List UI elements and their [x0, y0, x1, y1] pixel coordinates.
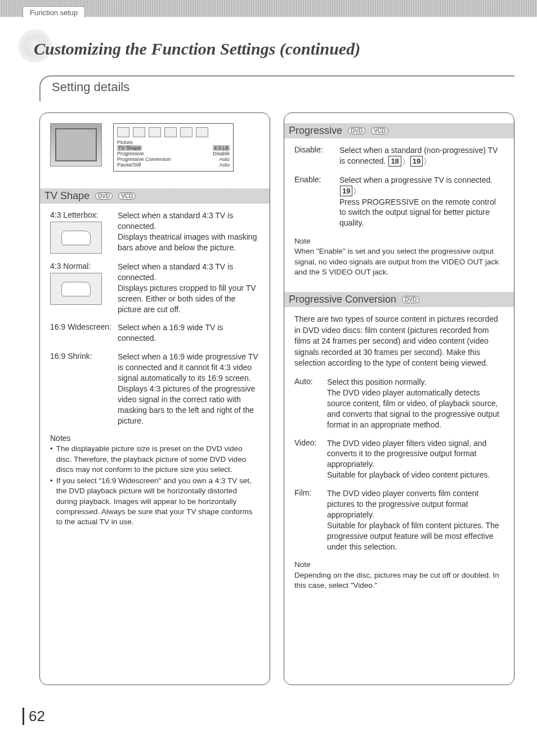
- option-label: 16:9 Widescreen:: [50, 322, 112, 344]
- dvd-badge-icon: DVD: [348, 127, 365, 134]
- osd-tab-icon: [117, 127, 129, 137]
- page-title: Customizing the Function Settings (conti…: [34, 39, 537, 58]
- chevron-right-icon: 〉: [402, 156, 410, 167]
- option-desc: Select when a progressive TV is connecte…: [339, 175, 504, 228]
- heading-text: Progressive Conversion: [289, 294, 396, 305]
- vcd-badge-icon: VCD: [371, 127, 388, 134]
- page-ref: 19: [340, 186, 352, 197]
- osd-row-label: Progressive Conversion: [117, 156, 171, 162]
- tv-shape-heading: TV Shape DVD VCD: [40, 188, 270, 204]
- option-label: 4:3 Normal:: [50, 262, 112, 314]
- note-text: Depending on the disc, pictures may be c…: [294, 570, 504, 591]
- note-text: When "Enable" is set and you select the …: [294, 246, 504, 277]
- note-heading: Note: [294, 560, 504, 570]
- osd-menu: Picture TV Shape4:3 LB ProgressiveDisabl…: [113, 123, 234, 172]
- option-desc: Select when a 16:9 wide progressive TV i…: [118, 352, 259, 426]
- osd-tab-icon: [133, 127, 145, 137]
- osd-row-label: Progressive: [117, 151, 144, 156]
- option-label: Disable:: [294, 145, 334, 167]
- osd-tab-icon: [196, 127, 208, 137]
- osd-row-label: TV Shape: [117, 145, 142, 151]
- option-desc: Select when a 16:9 wide TV is connected.: [118, 322, 259, 344]
- option-desc: Select when a standard (non-progressive)…: [339, 145, 504, 167]
- note-heading: Note: [294, 236, 504, 246]
- heading-text: TV Shape: [44, 190, 90, 202]
- osd-tab-icon: [180, 127, 193, 137]
- osd-tab-icon: [164, 127, 177, 137]
- osd-group: Picture: [117, 140, 230, 145]
- progressive-conversion-heading: Progressive Conversion DVD: [284, 292, 514, 307]
- top-band: Function setup: [0, 0, 537, 17]
- page-ref: 18: [388, 156, 401, 167]
- option-desc: The DVD video player filters video signa…: [327, 438, 504, 481]
- osd-row-value: Auto: [219, 156, 230, 162]
- option-label: Auto:: [294, 377, 321, 430]
- page-title-text: Customizing the Function Settings (conti…: [34, 39, 360, 58]
- tv-screen-icon: [50, 123, 102, 166]
- chapter-tab: Function setup: [23, 6, 85, 18]
- osd-row-label: Pause/Still: [117, 162, 141, 168]
- left-column: Picture TV Shape4:3 LB ProgressiveDisabl…: [39, 112, 270, 685]
- note-bullet: If you select "16:9 Widescreen" and you …: [50, 476, 259, 527]
- dotted-rule-icon: [134, 97, 514, 101]
- dvd-badge-icon: DVD: [95, 192, 113, 200]
- section-heading: Setting details: [52, 80, 129, 96]
- option-desc: Select when a standard 4:3 TV is connect…: [118, 210, 259, 254]
- osd-row-value: Auto: [219, 162, 230, 168]
- option-desc: Select when a standard 4:3 TV is connect…: [118, 262, 259, 314]
- intro-paragraph: There are two types of source content in…: [294, 314, 504, 369]
- heading-text: Progressive: [289, 125, 342, 137]
- progressive-heading: Progressive DVD VCD: [284, 123, 514, 138]
- option-label: 16:9 Shrink:: [50, 352, 112, 426]
- dvd-badge-icon: DVD: [402, 296, 419, 303]
- vcd-badge-icon: VCD: [118, 192, 136, 200]
- option-label: Film:: [294, 488, 321, 552]
- note-bullet: The displayable picture size is preset o…: [50, 444, 259, 475]
- osd-tab-icon: [149, 127, 161, 137]
- osd-row-value: 4:3 LB: [213, 145, 230, 151]
- chevron-right-icon: 〉: [423, 156, 431, 167]
- option-desc: The DVD video player converts film conte…: [327, 488, 504, 552]
- page-ref: 19: [410, 156, 423, 167]
- notes-heading: Notes: [50, 434, 259, 443]
- option-label: Video:: [294, 438, 321, 481]
- page-number: 62: [23, 708, 537, 725]
- chevron-right-icon: 〉: [353, 186, 361, 197]
- osd-row-value: Disable: [213, 151, 230, 156]
- option-label: 4:3 Letterbox:: [50, 210, 112, 254]
- normal-thumb-icon: [50, 273, 102, 305]
- option-label: Enable:: [294, 175, 334, 228]
- right-column: Progressive DVD VCD Disable: Select when…: [284, 112, 514, 685]
- section-frame: Setting details: [39, 75, 514, 101]
- letterbox-thumb-icon: [50, 222, 102, 254]
- option-desc: Select this position normally.The DVD vi…: [327, 377, 504, 430]
